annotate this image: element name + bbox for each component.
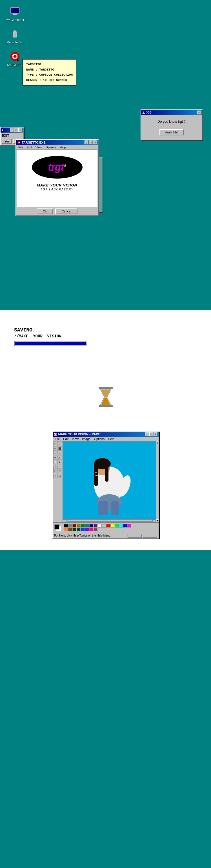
paint-title-icon: [54, 432, 57, 436]
coords-box: [128, 534, 142, 538]
saving-path: //MAKE_ YOUR_ VISION: [14, 334, 197, 339]
palette-color-swatch[interactable]: [85, 524, 89, 528]
palette-color-swatch[interactable]: [115, 524, 118, 528]
palette-color-swatch[interactable]: [64, 528, 68, 531]
menu-file[interactable]: File: [16, 145, 25, 149]
polygon-tool[interactable]: ⬡: [58, 469, 62, 473]
cancel-button[interactable]: Cancel: [55, 209, 77, 214]
rect-tool[interactable]: □: [53, 469, 58, 473]
yeahhhh-button[interactable]: Yeahhhh!!: [160, 129, 183, 135]
scroll-right[interactable]: [152, 520, 156, 522]
curve-tool[interactable]: ~: [58, 465, 62, 469]
paint-section: MAKE YOUR VISION – PAINT _ □ ✕ File Edit…: [0, 425, 211, 550]
paint-menu-help[interactable]: Help: [106, 437, 116, 441]
paint-menu-image[interactable]: Image: [80, 437, 93, 441]
paint-menu-options[interactable]: Options: [92, 437, 106, 441]
palette-color-swatch[interactable]: [77, 524, 80, 528]
saving-section: SAVING... //MAKE_ YOUR_ VISION: [0, 310, 211, 369]
palette-color-swatch[interactable]: [94, 524, 98, 528]
select-free-tool[interactable]: ⌖: [58, 442, 62, 446]
palette-color-swatch[interactable]: [81, 528, 85, 531]
scroll-left[interactable]: [63, 520, 66, 522]
hourglass-icon: [97, 386, 114, 408]
fill-tool[interactable]: ⬛: [58, 446, 62, 451]
mycomputer-label: My Computer: [6, 18, 24, 22]
palette-color-swatch[interactable]: [85, 528, 89, 531]
paint-titlebar: MAKE YOUR VISION – PAINT _ □ ✕: [53, 432, 159, 437]
menu-edit[interactable]: Edit: [25, 145, 34, 149]
palette-color-swatch[interactable]: [81, 524, 85, 528]
scroll-down[interactable]: ▼: [156, 519, 159, 522]
text-tool[interactable]: A: [58, 460, 62, 464]
palette-color-swatch[interactable]: [106, 524, 110, 528]
palette-color-swatch[interactable]: [119, 524, 123, 528]
dialog-qqq-icon: ⚠: [142, 111, 145, 114]
paint-menu-view[interactable]: View: [70, 437, 80, 441]
targetto-menubar: File Edit View Options Help: [16, 145, 98, 150]
paint-close[interactable]: ✕: [153, 432, 157, 436]
paint-scrollbar-bottom[interactable]: [63, 519, 156, 522]
pencil-tool[interactable]: ✏: [53, 456, 58, 460]
paint-menu-edit[interactable]: Edit: [61, 437, 70, 441]
scroll-up[interactable]: ▲: [156, 441, 159, 444]
palette-color-swatch[interactable]: [72, 528, 76, 531]
palette-color-swatch[interactable]: [98, 524, 102, 528]
targetto-minimize[interactable]: _: [84, 141, 89, 145]
canvas-container: [63, 441, 156, 522]
exit-close[interactable]: ✕: [18, 128, 22, 132]
close-button[interactable]: ✕: [197, 111, 201, 115]
select-rect-tool[interactable]: ⬚: [53, 442, 58, 446]
desktop: My Computer Recycle Bin: [0, 0, 211, 310]
icon-recyclebin[interactable]: Recycle Bin: [5, 28, 25, 44]
palette-color-swatch[interactable]: [68, 524, 72, 528]
eraser-tool[interactable]: ▭: [53, 446, 58, 451]
icon-targetto[interactable]: TARGETTO: [5, 51, 25, 67]
ok-button[interactable]: Ok: [37, 209, 53, 214]
palette-color-swatch[interactable]: [123, 524, 127, 528]
titlebar-left: ⚠ ???: [142, 111, 151, 114]
exit-minimize[interactable]: _: [10, 128, 14, 132]
paint-menu-file[interactable]: File: [53, 437, 62, 441]
palette-color-swatch[interactable]: [77, 528, 80, 531]
targetto-maximize[interactable]: □: [89, 141, 93, 145]
rounded-rect-tool[interactable]: ▢: [58, 474, 62, 478]
palette-color-swatch[interactable]: [102, 524, 106, 528]
menu-options[interactable]: Options: [44, 145, 58, 149]
hourglass-section: [0, 369, 211, 425]
eyedropper-tool[interactable]: ✒: [53, 451, 58, 455]
palette-color-swatch[interactable]: [64, 524, 68, 528]
recyclebin-icon: [9, 28, 21, 39]
paint-minimize[interactable]: _: [145, 432, 149, 436]
svg-rect-22: [99, 405, 113, 407]
dialog-content: Do you know trgt ? Yeahhhh!!: [141, 115, 202, 140]
palette-color-swatch[interactable]: [68, 528, 72, 531]
icon-mycomputer[interactable]: My Computer: [5, 6, 25, 22]
paint-window: MAKE YOUR VISION – PAINT _ □ ✕ File Edit…: [52, 431, 159, 539]
tooltip-line2: NAME : TARGETTO: [26, 67, 73, 72]
trgt-brand: trgt®: [48, 161, 66, 173]
palette-color-swatch[interactable]: [89, 524, 93, 528]
exit-titlebar-buttons: _ □ ✕: [10, 128, 22, 132]
tooltip-box: TARGETTO NAME : TARGETTO TYPE : CAPSULE …: [23, 59, 76, 86]
paint-vscrollbar[interactable]: ▲ ▼: [156, 441, 159, 522]
palette-color-swatch[interactable]: [72, 524, 76, 528]
exit-maximize[interactable]: □: [14, 128, 18, 132]
paint-body: ⬚ ⌖ ▭ ⬛ ✒ 🔍 ✏ 🖌 💨 A: [53, 441, 159, 522]
brush-tool[interactable]: 🖌: [58, 456, 62, 460]
line-tool[interactable]: /: [53, 465, 58, 469]
menu-view[interactable]: View: [34, 145, 44, 149]
yes-button[interactable]: Yes: [2, 139, 12, 144]
menu-help[interactable]: Help: [58, 145, 68, 149]
zoom-tool[interactable]: 🔍: [58, 451, 62, 455]
palette-color-swatch[interactable]: [94, 528, 98, 531]
palette-color-swatch[interactable]: [110, 524, 114, 528]
ellipse-tool[interactable]: ○: [53, 474, 58, 478]
palette-color-swatch[interactable]: [89, 528, 93, 531]
palette-color-swatch[interactable]: [127, 524, 131, 528]
targetto-title-icon: [17, 141, 21, 144]
airbrush-tool[interactable]: 💨: [53, 460, 58, 464]
foreground-color-swatch[interactable]: [55, 524, 60, 529]
paint-canvas[interactable]: [63, 441, 156, 519]
paint-maximize[interactable]: □: [149, 432, 153, 436]
targetto-close[interactable]: ✕: [93, 141, 97, 145]
